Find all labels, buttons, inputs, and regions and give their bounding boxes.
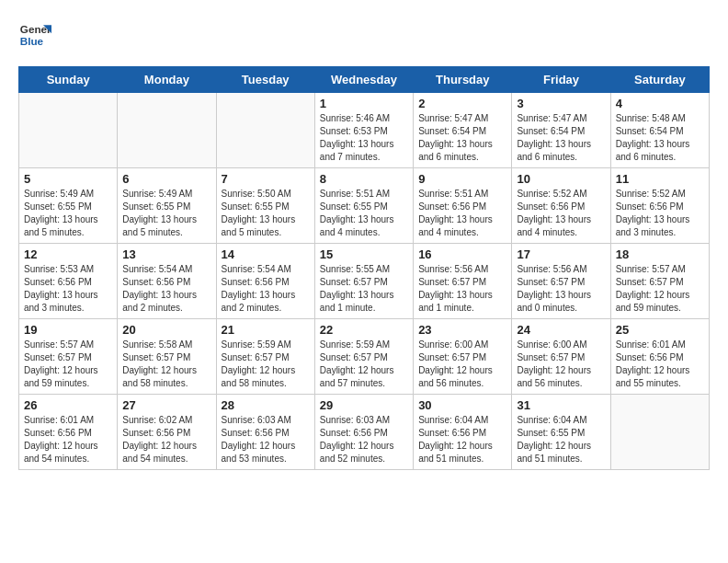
day-number: 12 [24,247,112,261]
weekday-header-tuesday: Tuesday [216,67,314,93]
calendar-day-27: 27Sunrise: 6:02 AM Sunset: 6:56 PM Dayli… [118,395,216,470]
calendar-day-30: 30Sunrise: 6:04 AM Sunset: 6:56 PM Dayli… [414,395,512,470]
day-number: 29 [320,398,408,412]
day-number: 14 [222,247,310,261]
day-number: 4 [616,97,704,110]
calendar-day-26: 26Sunrise: 6:01 AM Sunset: 6:56 PM Dayli… [19,395,118,470]
weekday-header-thursday: Thursday [414,67,512,93]
day-info: Sunrise: 5:49 AM Sunset: 6:55 PM Dayligh… [122,188,210,239]
calendar-week-row: 19Sunrise: 5:57 AM Sunset: 6:57 PM Dayli… [19,319,710,395]
calendar-day-2: 2Sunrise: 5:47 AM Sunset: 6:54 PM Daylig… [414,93,512,168]
calendar-week-row: 5Sunrise: 5:49 AM Sunset: 6:55 PM Daylig… [19,168,710,244]
calendar-day-11: 11Sunrise: 5:52 AM Sunset: 6:56 PM Dayli… [610,168,709,244]
day-info: Sunrise: 5:51 AM Sunset: 6:55 PM Dayligh… [320,188,408,239]
calendar-day-28: 28Sunrise: 6:03 AM Sunset: 6:56 PM Dayli… [216,395,314,470]
page-header: General Blue [18,18,710,52]
day-number: 24 [517,323,605,337]
day-info: Sunrise: 5:53 AM Sunset: 6:56 PM Dayligh… [24,263,112,315]
calendar-empty-cell [610,395,709,470]
calendar-day-23: 23Sunrise: 6:00 AM Sunset: 6:57 PM Dayli… [414,319,512,395]
day-info: Sunrise: 6:02 AM Sunset: 6:56 PM Dayligh… [122,414,210,465]
day-number: 25 [616,323,704,337]
logo-icon: General Blue [18,18,51,52]
day-info: Sunrise: 5:49 AM Sunset: 6:55 PM Dayligh… [24,188,112,239]
day-info: Sunrise: 5:47 AM Sunset: 6:54 PM Dayligh… [517,112,605,164]
day-number: 19 [24,323,112,337]
day-info: Sunrise: 5:56 AM Sunset: 6:57 PM Dayligh… [517,263,605,315]
day-info: Sunrise: 6:04 AM Sunset: 6:55 PM Dayligh… [517,414,605,465]
svg-text:Blue: Blue [20,35,44,47]
day-info: Sunrise: 6:03 AM Sunset: 6:56 PM Dayligh… [222,414,310,465]
calendar-day-15: 15Sunrise: 5:55 AM Sunset: 6:57 PM Dayli… [314,244,413,319]
day-number: 11 [616,172,704,186]
day-number: 28 [222,398,310,412]
calendar-week-row: 12Sunrise: 5:53 AM Sunset: 6:56 PM Dayli… [19,244,710,319]
day-info: Sunrise: 5:46 AM Sunset: 6:53 PM Dayligh… [320,112,408,164]
logo: General Blue [18,18,55,52]
day-number: 26 [24,398,112,412]
calendar-empty-cell [216,93,314,168]
weekday-header-sunday: Sunday [19,67,118,93]
calendar-week-row: 1Sunrise: 5:46 AM Sunset: 6:53 PM Daylig… [19,93,710,168]
day-info: Sunrise: 6:01 AM Sunset: 6:56 PM Dayligh… [24,414,112,465]
calendar-table: SundayMondayTuesdayWednesdayThursdayFrid… [18,66,710,470]
day-number: 27 [122,398,210,412]
calendar-day-5: 5Sunrise: 5:49 AM Sunset: 6:55 PM Daylig… [19,168,118,244]
calendar-week-row: 26Sunrise: 6:01 AM Sunset: 6:56 PM Dayli… [19,395,710,470]
day-number: 7 [222,172,310,186]
calendar-day-7: 7Sunrise: 5:50 AM Sunset: 6:55 PM Daylig… [216,168,314,244]
day-info: Sunrise: 5:54 AM Sunset: 6:56 PM Dayligh… [122,263,210,315]
calendar-day-19: 19Sunrise: 5:57 AM Sunset: 6:57 PM Dayli… [19,319,118,395]
day-info: Sunrise: 5:51 AM Sunset: 6:56 PM Dayligh… [418,188,506,239]
weekday-header-row: SundayMondayTuesdayWednesdayThursdayFrid… [19,67,710,93]
calendar-day-16: 16Sunrise: 5:56 AM Sunset: 6:57 PM Dayli… [414,244,512,319]
calendar-day-20: 20Sunrise: 5:58 AM Sunset: 6:57 PM Dayli… [118,319,216,395]
calendar-day-25: 25Sunrise: 6:01 AM Sunset: 6:56 PM Dayli… [610,319,709,395]
calendar-day-24: 24Sunrise: 6:00 AM Sunset: 6:57 PM Dayli… [512,319,610,395]
day-number: 10 [517,172,605,186]
weekday-header-friday: Friday [512,67,610,93]
day-info: Sunrise: 6:04 AM Sunset: 6:56 PM Dayligh… [418,414,506,465]
calendar-day-4: 4Sunrise: 5:48 AM Sunset: 6:54 PM Daylig… [610,93,709,168]
day-info: Sunrise: 5:50 AM Sunset: 6:55 PM Dayligh… [222,188,310,239]
weekday-header-saturday: Saturday [610,67,709,93]
calendar-day-29: 29Sunrise: 6:03 AM Sunset: 6:56 PM Dayli… [314,395,413,470]
day-number: 9 [418,172,506,186]
calendar-day-14: 14Sunrise: 5:54 AM Sunset: 6:56 PM Dayli… [216,244,314,319]
calendar-day-9: 9Sunrise: 5:51 AM Sunset: 6:56 PM Daylig… [414,168,512,244]
day-info: Sunrise: 6:00 AM Sunset: 6:57 PM Dayligh… [418,339,506,390]
day-info: Sunrise: 5:57 AM Sunset: 6:57 PM Dayligh… [24,339,112,390]
calendar-empty-cell [19,93,118,168]
calendar-day-31: 31Sunrise: 6:04 AM Sunset: 6:55 PM Dayli… [512,395,610,470]
day-number: 1 [320,97,408,110]
day-info: Sunrise: 5:57 AM Sunset: 6:57 PM Dayligh… [616,263,704,315]
day-info: Sunrise: 5:47 AM Sunset: 6:54 PM Dayligh… [418,112,506,164]
day-info: Sunrise: 5:59 AM Sunset: 6:57 PM Dayligh… [320,339,408,390]
day-number: 13 [122,247,210,261]
day-info: Sunrise: 5:52 AM Sunset: 6:56 PM Dayligh… [616,188,704,239]
calendar-day-6: 6Sunrise: 5:49 AM Sunset: 6:55 PM Daylig… [118,168,216,244]
day-number: 6 [122,172,210,186]
day-number: 30 [418,398,506,412]
calendar-day-17: 17Sunrise: 5:56 AM Sunset: 6:57 PM Dayli… [512,244,610,319]
calendar-day-8: 8Sunrise: 5:51 AM Sunset: 6:55 PM Daylig… [314,168,413,244]
day-info: Sunrise: 5:58 AM Sunset: 6:57 PM Dayligh… [122,339,210,390]
day-info: Sunrise: 5:54 AM Sunset: 6:56 PM Dayligh… [222,263,310,315]
day-number: 18 [616,247,704,261]
day-number: 22 [320,323,408,337]
day-number: 3 [517,97,605,110]
calendar-day-3: 3Sunrise: 5:47 AM Sunset: 6:54 PM Daylig… [512,93,610,168]
day-info: Sunrise: 6:03 AM Sunset: 6:56 PM Dayligh… [320,414,408,465]
day-number: 20 [122,323,210,337]
weekday-header-wednesday: Wednesday [314,67,413,93]
calendar-day-13: 13Sunrise: 5:54 AM Sunset: 6:56 PM Dayli… [118,244,216,319]
day-number: 17 [517,247,605,261]
day-info: Sunrise: 5:59 AM Sunset: 6:57 PM Dayligh… [222,339,310,390]
day-number: 21 [222,323,310,337]
day-info: Sunrise: 5:56 AM Sunset: 6:57 PM Dayligh… [418,263,506,315]
day-info: Sunrise: 5:48 AM Sunset: 6:54 PM Dayligh… [616,112,704,164]
day-number: 8 [320,172,408,186]
svg-text:General: General [20,23,51,35]
day-info: Sunrise: 6:00 AM Sunset: 6:57 PM Dayligh… [517,339,605,390]
calendar-empty-cell [118,93,216,168]
